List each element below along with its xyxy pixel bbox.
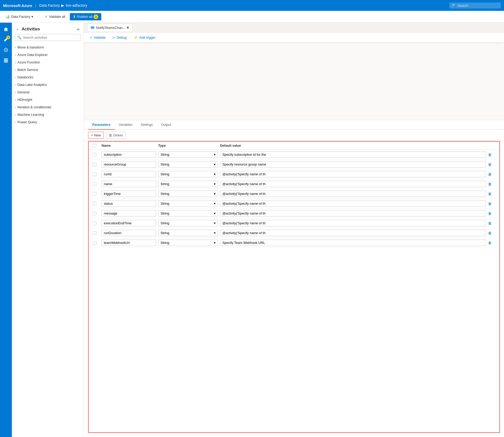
type-select[interactable]: String ▾: [158, 220, 218, 226]
collapse-left-button[interactable]: «: [15, 27, 20, 32]
param-name-input[interactable]: [102, 161, 156, 168]
param-name-input[interactable]: [102, 220, 156, 226]
default-value-input[interactable]: [220, 191, 486, 197]
type-select[interactable]: String ▾: [158, 151, 218, 158]
type-select[interactable]: String ▾: [158, 161, 218, 168]
default-value-input[interactable]: [220, 200, 486, 207]
sidebar-edit-button[interactable]: 1: [1, 35, 11, 44]
row-checkbox[interactable]: [93, 212, 96, 215]
type-value: String: [161, 162, 169, 166]
param-name-input[interactable]: [102, 181, 156, 187]
sidebar-home-button[interactable]: [1, 25, 11, 34]
collapse-right-button[interactable]: ≪: [75, 27, 81, 32]
param-name-input[interactable]: [102, 171, 156, 177]
activity-group-general[interactable]: › General: [12, 88, 84, 96]
tab-output-label: Output: [161, 123, 171, 127]
row-checkbox[interactable]: [93, 182, 96, 186]
header-name: Name: [100, 144, 157, 147]
type-select[interactable]: String ▾: [158, 240, 218, 246]
search-activities-input[interactable]: [23, 36, 78, 39]
default-value-input[interactable]: [220, 240, 486, 246]
chevron-down-icon: ▾: [214, 153, 216, 156]
activity-group-move-transform[interactable]: › Move & transform: [12, 44, 84, 51]
type-select[interactable]: String ▾: [158, 230, 218, 236]
table-row: String ▾ 🗑: [89, 238, 499, 248]
activity-group-batch-service[interactable]: › Batch Service: [12, 66, 84, 73]
activity-group-data-lake-analytics[interactable]: › Data Lake Analytics: [12, 81, 84, 88]
type-select[interactable]: String ▾: [158, 181, 218, 187]
param-name-input[interactable]: [102, 240, 156, 246]
activity-group-label: Batch Service: [18, 68, 38, 72]
add-trigger-button[interactable]: ⚡ Add trigger: [132, 35, 157, 40]
delete-parameter-button[interactable]: 🗑 Delete: [106, 132, 126, 139]
type-select[interactable]: String ▾: [158, 171, 218, 177]
delete-row-icon[interactable]: 🗑: [488, 153, 492, 157]
data-factory-button[interactable]: 📊 Data Factory ▾: [3, 13, 36, 20]
param-name-input[interactable]: [102, 151, 156, 158]
validate-button[interactable]: ✓ Validate: [88, 35, 107, 40]
breadcrumb-data-factory[interactable]: Data Factory: [39, 3, 60, 7]
tab-parameters[interactable]: Parameters: [88, 120, 115, 130]
default-value-input[interactable]: [220, 181, 486, 187]
param-name-input[interactable]: [102, 210, 156, 217]
activity-group-machine-learning[interactable]: › Machine Learning: [12, 111, 84, 118]
row-type-cell: String ▾: [157, 151, 219, 158]
param-name-input[interactable]: [102, 230, 156, 236]
new-parameter-button[interactable]: + New: [88, 132, 104, 139]
activity-group-hdinsight[interactable]: › HDInsight: [12, 96, 84, 103]
validate-all-button[interactable]: ✓ Validate all: [42, 13, 68, 20]
pipeline-tab[interactable]: NotifyTeamsChan...: [87, 24, 132, 31]
row-checkbox[interactable]: [93, 231, 96, 235]
type-select[interactable]: String ▾: [158, 200, 218, 207]
default-value-input[interactable]: [220, 151, 486, 158]
row-default-cell: [219, 230, 487, 236]
default-value-input[interactable]: [220, 161, 486, 168]
activity-group-databricks[interactable]: › Databricks: [12, 73, 84, 81]
delete-row-icon[interactable]: 🗑: [488, 211, 492, 216]
delete-row-icon[interactable]: 🗑: [488, 231, 492, 235]
resize-handle[interactable]: [84, 43, 504, 44]
type-select[interactable]: String ▾: [158, 210, 218, 217]
row-default-cell: [219, 191, 487, 197]
sidebar-manage-button[interactable]: [1, 56, 11, 65]
row-checkbox[interactable]: [93, 202, 96, 205]
select-all-checkbox[interactable]: [93, 144, 96, 147]
default-value-input[interactable]: [220, 230, 486, 236]
publish-icon: ⬆: [73, 15, 76, 19]
row-checkbox[interactable]: [93, 172, 96, 176]
row-checkbox[interactable]: [93, 163, 96, 166]
default-value-input[interactable]: [220, 210, 486, 217]
row-checkbox[interactable]: [93, 241, 96, 245]
debug-button[interactable]: ▷ Debug: [111, 35, 128, 40]
activity-group-azure-function[interactable]: › Azure Function: [12, 59, 84, 66]
tab-settings[interactable]: Settings: [137, 120, 157, 130]
delete-row-icon[interactable]: 🗑: [488, 162, 492, 167]
delete-row-icon[interactable]: 🗑: [488, 202, 492, 206]
sidebar-monitor-button[interactable]: [1, 45, 11, 55]
param-name-input[interactable]: [102, 191, 156, 197]
activity-group-power-query[interactable]: › Power Query: [12, 118, 84, 126]
row-checkbox[interactable]: [93, 153, 96, 156]
default-value-input[interactable]: [220, 220, 486, 226]
activity-group-iteration-conditionals[interactable]: › Iteration & conditionals: [12, 103, 84, 111]
delete-row-icon[interactable]: 🗑: [488, 241, 492, 245]
chevron-down-icon: ▾: [214, 221, 216, 225]
tab-variables[interactable]: Variables: [115, 120, 137, 130]
breadcrumb-live-adfactory[interactable]: live-adfactory: [66, 3, 87, 7]
search-box[interactable]: 🔍 Search: [449, 3, 501, 9]
delete-row-icon[interactable]: 🗑: [488, 192, 492, 196]
activity-group-azure-data-explorer[interactable]: › Azure Data Explorer: [12, 51, 84, 59]
search-placeholder: Search: [458, 4, 468, 7]
publish-all-button[interactable]: ⬆ Publish all 1: [70, 13, 101, 20]
param-name-input[interactable]: [102, 200, 156, 207]
delete-row-icon[interactable]: 🗑: [488, 182, 492, 186]
activities-search-box[interactable]: 🔍: [15, 34, 81, 41]
delete-row-icon[interactable]: 🗑: [488, 172, 492, 176]
delete-row-icon[interactable]: 🗑: [488, 221, 492, 225]
tab-output[interactable]: Output: [157, 120, 175, 130]
default-value-input[interactable]: [220, 171, 486, 177]
row-checkbox[interactable]: [93, 192, 96, 196]
row-checkbox[interactable]: [93, 221, 96, 225]
row-checkbox-cell: [92, 231, 100, 235]
type-select[interactable]: String ▾: [158, 191, 218, 197]
